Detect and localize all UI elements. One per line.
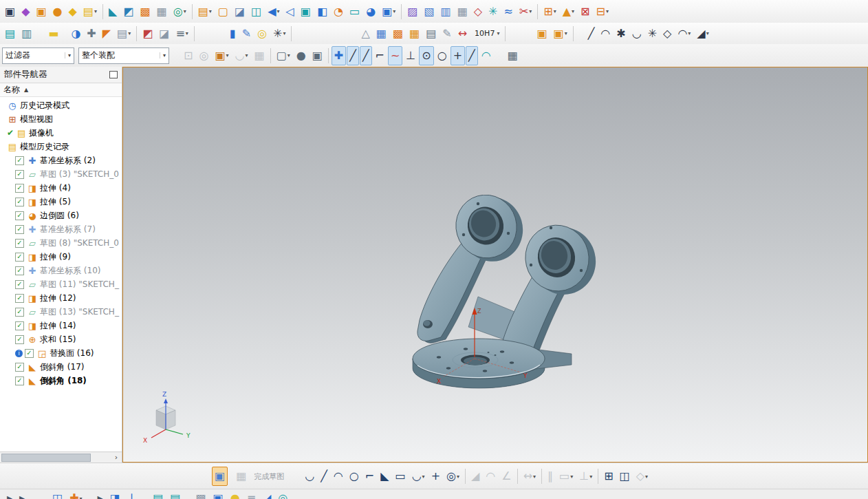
feature-checkbox[interactable]: ✓ (15, 239, 24, 248)
snap-point-on-curve-icon[interactable]: ╱ (466, 46, 478, 65)
more-curves-icon[interactable]: ◢▾ (694, 24, 711, 43)
snap-midpoint-icon[interactable]: ╱ (360, 46, 372, 65)
snap-point-on-surface-icon[interactable]: ◠ (479, 46, 494, 65)
make-symmetric-icon[interactable]: ⊥▾ (576, 467, 595, 486)
blend-icon[interactable]: ◔ (331, 2, 346, 21)
tolerance-combo[interactable]: 10H7▾ (470, 24, 502, 43)
wave-link-icon[interactable]: ✳ (486, 2, 500, 21)
pen-icon[interactable]: ✎ (239, 24, 254, 43)
tree-item[interactable]: ✓✚基准坐标系 (2) (0, 153, 122, 167)
revolve-icon[interactable]: ◆ (19, 2, 32, 21)
tree-item[interactable]: ✓✚基准坐标系 (10) (0, 264, 122, 277)
feature-checkbox[interactable]: ✓ (15, 170, 24, 179)
sphere-icon[interactable]: ◕ (363, 2, 378, 21)
subtract-menu-icon[interactable]: ⊟▾ (593, 2, 611, 21)
trim-body-icon[interactable]: ◩ (120, 2, 136, 21)
add-icon[interactable]: ✚▾ (67, 489, 85, 499)
play-icon[interactable]: ▸ (4, 489, 15, 499)
suppress-icon[interactable]: ◩ (140, 24, 155, 43)
plane-curve-icon[interactable]: ◇ (660, 24, 674, 43)
table-icon[interactable]: ▦ (373, 24, 389, 43)
intersection-curve-icon[interactable]: ◇▾ (633, 467, 651, 486)
tree-item[interactable]: ✓◣倒斜角 (18) (0, 374, 122, 387)
flag-icon[interactable]: ◤ (100, 24, 113, 43)
arc-curve-icon[interactable]: ◠ (598, 24, 613, 43)
tree-item[interactable]: ✓⊕求和 (15) (0, 332, 122, 346)
feature-checkbox[interactable]: ✓ (15, 376, 24, 385)
list-strip-icon[interactable]: ≡ (244, 489, 259, 499)
block-icon[interactable]: ▣ (2, 2, 18, 21)
move-face-icon[interactable]: ◁ (283, 2, 297, 21)
feature-checkbox[interactable]: ✓ (15, 363, 24, 372)
extend-curve-icon[interactable]: ◠ (483, 467, 498, 486)
snap-quadrant-icon[interactable]: ○ (435, 46, 450, 65)
snap-intersection-icon[interactable]: + (451, 46, 465, 65)
finish-sketch-icon[interactable]: ▦ (233, 467, 249, 486)
layer-settings-icon[interactable]: ▥ (19, 24, 34, 43)
delete-icon[interactable]: ⊠ (578, 2, 592, 21)
arc-icon[interactable]: ◠ (331, 467, 346, 486)
through-curves-icon[interactable]: ▧ (421, 2, 437, 21)
layers-icon[interactable]: ▤ (2, 24, 18, 43)
trim-menu-icon[interactable]: ✂▾ (517, 2, 534, 21)
snap-control-point-icon[interactable]: ⌐ (373, 46, 387, 65)
snapshot-icon[interactable]: ◎ (196, 46, 211, 65)
tree-item[interactable]: i✓◲替换面 (16) (0, 346, 122, 360)
offset-curve-icon[interactable]: ◎▾ (444, 467, 462, 486)
chamfer-sketch-icon[interactable]: ◣ (378, 467, 391, 486)
assembly-menu-icon[interactable]: ▣▾ (551, 24, 570, 43)
feature-checkbox[interactable]: ✓ (25, 349, 34, 358)
datum-plane-icon[interactable]: ▬ (45, 24, 61, 43)
primitive-menu-icon[interactable]: ▤▾ (80, 2, 100, 21)
down-arrow-icon[interactable]: ↓ (124, 489, 139, 499)
hole-icon[interactable]: ▤▾ (195, 2, 215, 21)
dimension-box-icon[interactable]: ▭▾ (556, 467, 576, 486)
dock-icon[interactable]: ◨ (107, 489, 123, 499)
more-menu-icon[interactable]: ▣▾ (379, 2, 398, 21)
feature-checkbox[interactable]: ✓ (15, 184, 24, 193)
split-view-icon[interactable]: ◫ (50, 489, 65, 499)
pattern-curve-icon[interactable]: ⊞ (601, 467, 616, 486)
tree-item[interactable]: ◷历史记录模式 (0, 98, 122, 112)
feature-checkbox[interactable]: ✓ (15, 198, 24, 206)
tree-item[interactable]: ▤模型历史记录 (0, 140, 122, 153)
draft-icon[interactable]: ◣ (106, 2, 120, 21)
window-icon[interactable]: ▭ (347, 2, 362, 21)
ruled-surface-icon[interactable]: ▨ (404, 2, 420, 21)
checklist-icon[interactable]: ▤▾ (114, 24, 133, 43)
notes-icon[interactable]: ▤ (423, 24, 439, 43)
feature-checkbox[interactable]: ✓ (15, 211, 24, 220)
rib-icon[interactable]: ◪ (232, 2, 248, 21)
snap-pole-icon[interactable]: ~ (388, 46, 402, 65)
3d-model[interactable]: Z X Y (398, 195, 611, 401)
snap-point-icon[interactable]: ✚ (332, 46, 346, 65)
triangle-icon[interactable]: △ (358, 24, 372, 43)
line-curve-icon[interactable]: ╱ (585, 24, 598, 43)
magnet-icon[interactable]: ◡▾ (232, 46, 251, 65)
circle-icon[interactable]: ○ (347, 467, 362, 486)
tree-item[interactable]: ✓✚基准坐标系 (7) (0, 222, 122, 236)
tree-item[interactable]: ✓▱草图 (8) "SKETCH_0 (0, 236, 122, 250)
tree-item[interactable]: ✓▱草图 (13) "SKETCH_ (0, 305, 122, 319)
studio-spline-icon[interactable]: ◡▾ (409, 467, 428, 486)
pattern-table-icon[interactable]: ▦ (406, 24, 422, 43)
snap-perpendicular-icon[interactable]: ⊥ (403, 46, 418, 65)
swept-surface-icon[interactable]: ▥ (438, 2, 454, 21)
select-from-list-icon[interactable]: ⊡ (181, 46, 195, 65)
lock-icon[interactable]: ● (228, 489, 243, 499)
box-strip-icon[interactable]: ▣ (210, 489, 226, 499)
target-strip-icon[interactable]: ◎ (275, 489, 290, 499)
edit-table-icon[interactable]: ▩ (390, 24, 406, 43)
snap-endpoint-icon[interactable]: ╱ (347, 46, 359, 65)
list-menu-icon[interactable]: ≡▾ (173, 24, 191, 43)
feature-checkbox[interactable]: ✓ (15, 253, 24, 262)
replace-face-icon[interactable]: ◧ (314, 2, 330, 21)
grid-strip-icon[interactable]: ▩ (193, 489, 208, 499)
profile-icon[interactable]: ◡ (302, 467, 317, 486)
emphasis-icon[interactable]: ◇ (471, 2, 485, 21)
tree-item[interactable]: ✓◨拉伸 (9) (0, 250, 122, 264)
fillet-icon[interactable]: ⌐ (362, 467, 377, 486)
scrollbar-thumb[interactable] (1, 454, 91, 462)
feature-checkbox[interactable]: ✓ (15, 335, 24, 344)
cone-icon[interactable]: ◆ (66, 2, 80, 21)
